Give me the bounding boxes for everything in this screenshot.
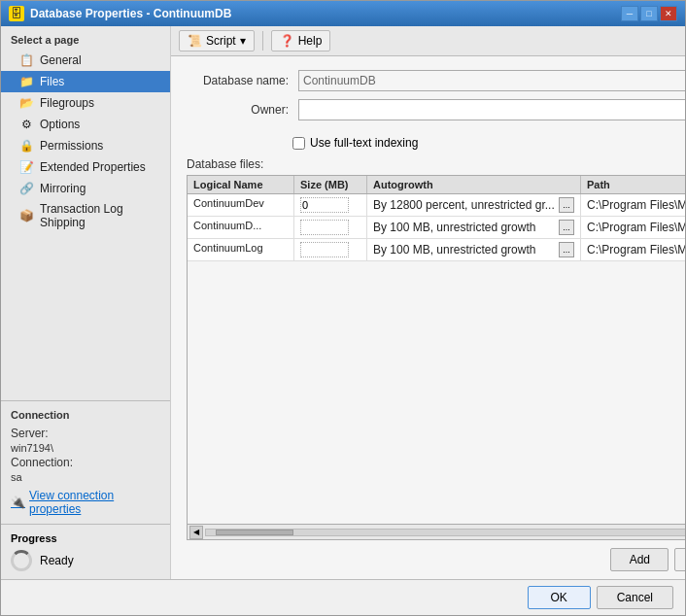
- server-label: Server:: [11, 427, 160, 440]
- owner-row: Owner: ...: [187, 99, 685, 120]
- sidebar-section-label: Select a page: [1, 26, 170, 50]
- fulltext-row: Use full-text indexing: [171, 136, 685, 150]
- minimize-button[interactable]: ─: [621, 6, 638, 21]
- col-header-logical: Logical Name: [188, 176, 294, 193]
- connection-title: Connection: [11, 409, 160, 421]
- col-header-path: Path: [581, 176, 685, 193]
- cell-autogrowth-1: By 12800 percent, unrestricted gr... ...: [367, 194, 581, 216]
- scroll-thumb[interactable]: [216, 530, 293, 535]
- owner-field-group: ...: [298, 99, 685, 120]
- sidebar-item-files[interactable]: 📁 Files: [1, 71, 170, 92]
- add-remove-buttons: Add Remove: [171, 540, 685, 579]
- db-name-label: Database name:: [187, 74, 298, 87]
- toolbar-separator: [262, 31, 263, 51]
- general-icon: 📋: [18, 52, 34, 68]
- scroll-left-button[interactable]: ◀: [189, 526, 203, 539]
- size-input-2[interactable]: [300, 220, 349, 235]
- table-row[interactable]: ContinuumD... By 100 MB, unrestricted gr…: [188, 217, 685, 239]
- connection-link-icon: 🔌: [11, 496, 25, 509]
- server-value: win7194\: [11, 442, 160, 454]
- cell-autogrowth-2: By 100 MB, unrestricted growth ...: [367, 217, 581, 238]
- script-button[interactable]: 📜 Script ▾: [179, 30, 255, 51]
- scroll-track[interactable]: [205, 529, 685, 536]
- owner-input[interactable]: [298, 99, 685, 120]
- mirroring-icon: 🔗: [18, 181, 34, 196]
- maximize-button[interactable]: □: [640, 6, 658, 21]
- form-area: Database name: Owner: ...: [171, 56, 685, 136]
- cell-path-3: C:\Program Files\Microsoft ...: [581, 239, 685, 260]
- progress-section: Progress Ready: [1, 524, 170, 579]
- permissions-icon: 🔒: [18, 138, 34, 154]
- script-dropdown-icon: ▾: [240, 34, 246, 48]
- main-panel: 📜 Script ▾ ❓ Help Database name: Owner:: [171, 26, 685, 579]
- cell-path-1: C:\Program Files\Microsoft ...: [581, 194, 685, 216]
- fulltext-label: Use full-text indexing: [310, 136, 418, 150]
- sidebar-item-options[interactable]: ⚙ Options: [1, 114, 170, 135]
- footer-buttons: OK Cancel: [1, 579, 685, 615]
- progress-spinner: [11, 550, 32, 571]
- cell-logical-1: ContinuumDev: [188, 194, 294, 216]
- table-body: ContinuumDev By 12800 percent, unrestric…: [188, 194, 685, 524]
- window-title: Database Properties - ContinuumDB: [30, 7, 231, 20]
- cell-logical-3: ContinuumLog: [188, 239, 294, 260]
- table-row[interactable]: ContinuumLog By 100 MB, unrestricted gro…: [188, 239, 685, 261]
- progress-row: Ready: [11, 550, 160, 571]
- window-icon: 🗄: [9, 6, 24, 21]
- autogrowth-browse-2[interactable]: ...: [559, 220, 574, 235]
- cell-size-1: [294, 194, 367, 216]
- table-row[interactable]: ContinuumDev By 12800 percent, unrestric…: [188, 194, 685, 217]
- filegroups-icon: 📂: [18, 95, 34, 111]
- autogrowth-browse-1[interactable]: ...: [559, 197, 574, 213]
- help-button[interactable]: ❓ Help: [271, 30, 331, 51]
- cell-size-2: [294, 217, 367, 238]
- db-files-label: Database files:: [171, 157, 685, 171]
- transaction-icon: 📦: [18, 208, 34, 223]
- toolbar: 📜 Script ▾ ❓ Help: [171, 26, 685, 56]
- close-button[interactable]: ✕: [660, 6, 677, 21]
- sidebar-item-mirroring[interactable]: 🔗 Mirroring: [1, 178, 170, 199]
- help-icon: ❓: [280, 34, 294, 48]
- ok-button[interactable]: OK: [528, 586, 591, 609]
- size-input-1[interactable]: [300, 197, 349, 213]
- owner-label: Owner:: [187, 103, 298, 117]
- script-label: Script: [206, 34, 236, 48]
- sidebar-item-transaction[interactable]: 📦 Transaction Log Shipping: [1, 199, 170, 232]
- progress-status: Ready: [40, 554, 74, 567]
- db-name-input[interactable]: [298, 70, 685, 91]
- cell-size-3: [294, 239, 367, 260]
- connection-value: sa: [11, 471, 160, 483]
- content-area: Select a page 📋 General 📁 Files 📂 Filegr…: [1, 26, 685, 579]
- title-bar: 🗄 Database Properties - ContinuumDB ─ □ …: [1, 1, 685, 26]
- db-name-row: Database name:: [187, 70, 685, 91]
- cell-logical-2: ContinuumD...: [188, 217, 294, 238]
- table-header: Logical Name Size (MB) Autogrowth Path: [188, 176, 685, 194]
- sidebar: Select a page 📋 General 📁 Files 📂 Filegr…: [1, 26, 171, 579]
- files-table: Logical Name Size (MB) Autogrowth Path C…: [187, 175, 685, 540]
- col-header-autogrowth: Autogrowth: [367, 176, 581, 193]
- horizontal-scrollbar: ◀ ▶: [188, 524, 685, 539]
- fulltext-checkbox[interactable]: [292, 137, 305, 150]
- sidebar-item-filegroups[interactable]: 📂 Filegroups: [1, 92, 170, 114]
- sidebar-item-extended[interactable]: 📝 Extended Properties: [1, 156, 170, 178]
- files-icon: 📁: [18, 74, 34, 89]
- cell-path-2: C:\Program Files\Microsoft ...: [581, 217, 685, 238]
- help-label: Help: [298, 34, 323, 48]
- connection-section: Connection Server: win7194\ Connection: …: [1, 400, 170, 524]
- extended-icon: 📝: [18, 159, 34, 175]
- options-icon: ⚙: [18, 117, 34, 132]
- window-controls: ─ □ ✕: [621, 6, 677, 21]
- script-icon: 📜: [188, 34, 202, 48]
- progress-title: Progress: [11, 532, 160, 544]
- add-button[interactable]: Add: [610, 548, 669, 571]
- col-header-size: Size (MB): [294, 176, 367, 193]
- sidebar-item-general[interactable]: 📋 General: [1, 50, 170, 71]
- connection-label: Connection:: [11, 456, 160, 469]
- database-properties-window: 🗄 Database Properties - ContinuumDB ─ □ …: [0, 0, 686, 616]
- remove-button[interactable]: Remove: [674, 548, 685, 571]
- cancel-button[interactable]: Cancel: [597, 586, 673, 609]
- view-connection-link[interactable]: 🔌 View connection properties: [11, 489, 160, 516]
- sidebar-item-permissions[interactable]: 🔒 Permissions: [1, 135, 170, 156]
- size-input-3[interactable]: [300, 242, 349, 257]
- cell-autogrowth-3: By 100 MB, unrestricted growth ...: [367, 239, 581, 260]
- autogrowth-browse-3[interactable]: ...: [559, 242, 574, 257]
